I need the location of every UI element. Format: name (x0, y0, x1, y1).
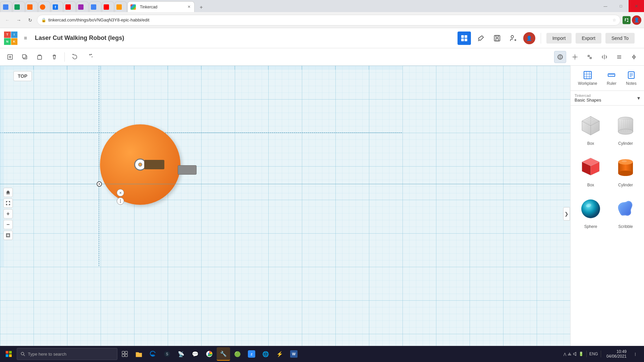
svg-point-49 (120, 202, 121, 203)
tinkercad-logo[interactable]: T I N K (4, 32, 17, 45)
sphere-visual (577, 195, 604, 222)
copy-button[interactable] (19, 51, 31, 63)
refresh-button[interactable]: ↻ (25, 15, 35, 25)
taskbar-edge-2[interactable]: 🌐 (259, 347, 272, 361)
tab-inactive-6[interactable] (76, 1, 89, 12)
delete-button[interactable] (48, 51, 60, 63)
taskbar-discord[interactable]: 💬 (189, 347, 202, 361)
gray-block-object[interactable] (178, 165, 197, 175)
tab-close-button[interactable]: ✕ (186, 4, 192, 10)
save-button[interactable] (491, 32, 503, 44)
paste-button[interactable] (34, 51, 46, 63)
orange-disc-object[interactable] (100, 124, 180, 205)
taskbar-file-explorer[interactable] (132, 347, 146, 361)
taskbar-edge[interactable] (146, 347, 160, 361)
close-button[interactable]: ✕ (629, 0, 644, 12)
notes-button[interactable]: Notes (623, 68, 640, 88)
profile-button[interactable]: 👤 (632, 15, 641, 25)
maximize-button[interactable]: □ (613, 0, 629, 12)
align-button[interactable] (613, 51, 625, 63)
redo-button[interactable] (84, 51, 96, 63)
svg-point-47 (120, 199, 121, 200)
cylinder-solid-visual (612, 154, 639, 181)
transform-menu-button[interactable] (117, 197, 124, 205)
shape-item-sphere[interactable]: Sphere (575, 193, 607, 232)
svg-point-99 (581, 199, 600, 218)
taskbar-app-1[interactable]: 🔧 (217, 347, 230, 361)
code-editor-button[interactable] (475, 32, 487, 44)
svg-point-105 (21, 352, 24, 355)
svg-point-98 (622, 160, 627, 162)
tab-inactive-8[interactable] (115, 1, 127, 12)
shape-item-scribble[interactable]: Scribble (609, 193, 642, 232)
svg-rect-43 (7, 234, 9, 236)
tab-inactive-facebook[interactable]: f (51, 1, 63, 12)
fit-view-button[interactable] (3, 198, 13, 208)
shape-item-cylinder-wire[interactable]: Cylinder (609, 110, 642, 148)
close-transform-button[interactable]: ✕ (117, 189, 124, 196)
svg-rect-104 (9, 354, 12, 357)
undo-button[interactable] (69, 51, 81, 63)
user-avatar[interactable]: 👤 (523, 32, 535, 44)
viewport[interactable]: TOP + − (0, 66, 570, 362)
address-input[interactable]: 🔒 tinkercad.com/things/boVNGaqN3Y8-epic-… (37, 15, 621, 25)
home-view-button[interactable] (3, 188, 13, 197)
star-icon[interactable]: ☆ (612, 18, 616, 22)
tray-arrow[interactable]: ⋀ (564, 352, 566, 356)
extensions-button[interactable] (623, 16, 631, 24)
taskbar-search[interactable]: Type here to search (17, 348, 117, 360)
start-button[interactable] (1, 347, 16, 361)
box-solid-visual (577, 154, 604, 181)
taskbar-word[interactable]: W (287, 347, 301, 361)
grid-view-button[interactable] (458, 32, 471, 45)
import-button[interactable]: Import (546, 33, 572, 44)
svg-line-106 (23, 355, 25, 356)
view-cube-button[interactable] (554, 51, 566, 63)
share-button[interactable] (507, 32, 519, 44)
taskbar-zoom[interactable]: Z (245, 347, 258, 361)
ruler-button[interactable]: Ruler (603, 68, 620, 88)
workplane-button[interactable]: Workplane (575, 68, 600, 88)
zoom-in-button[interactable]: + (3, 209, 13, 219)
menu-button[interactable]: ≡ (20, 33, 31, 44)
show-desktop-button[interactable]: | (631, 347, 640, 361)
tab-inactive-5[interactable] (64, 1, 76, 12)
tab-inactive-1[interactable] (0, 1, 12, 12)
taskbar-app-2[interactable]: 🟢 (231, 347, 244, 361)
tab-inactive-4[interactable] (38, 1, 50, 12)
tab-bar: f Tinkercad ✕ + — □ ✕ (0, 0, 644, 12)
shape-item-box-wire[interactable]: Box (575, 110, 607, 148)
light-button[interactable] (569, 51, 581, 63)
taskbar-wifi[interactable]: 📡 (174, 347, 188, 361)
taskbar-steam[interactable]: S (160, 347, 174, 361)
shape-item-box-solid[interactable]: Box (575, 151, 607, 190)
sidebar-collapse-button[interactable]: ❯ (563, 207, 570, 221)
disc-rectangle (144, 160, 164, 169)
shape-item-cylinder-solid[interactable]: Cylinder (609, 151, 642, 190)
tab-active-tinkercad[interactable]: Tinkercad ✕ (127, 1, 195, 12)
mirror-button[interactable] (598, 51, 610, 63)
forward-button[interactable]: → (14, 15, 23, 25)
new-tab-button[interactable]: + (197, 3, 206, 12)
flip-button[interactable] (628, 51, 640, 63)
zoom-out-button[interactable]: − (3, 220, 13, 229)
tab-inactive-3[interactable] (25, 1, 38, 12)
send-to-button[interactable]: Send To (605, 33, 635, 44)
ground-handle[interactable] (97, 181, 102, 187)
taskbar-task-view[interactable] (118, 347, 131, 361)
tab-inactive-yt[interactable] (102, 1, 114, 12)
volume-icon (573, 352, 578, 356)
tab-inactive-2[interactable] (13, 1, 25, 12)
snap-button[interactable] (584, 51, 596, 63)
new-shape-button[interactable] (4, 51, 16, 63)
taskbar-chrome[interactable] (203, 347, 216, 361)
minimize-button[interactable]: — (598, 0, 613, 12)
back-button[interactable]: ← (3, 15, 12, 25)
system-clock[interactable]: 10:49 04/06/2021 (604, 349, 629, 359)
language-indicator[interactable]: ENG (589, 352, 598, 356)
export-button[interactable]: Export (576, 33, 601, 44)
tab-inactive-7[interactable] (89, 1, 101, 12)
category-dropdown-button[interactable]: ▾ (637, 95, 640, 101)
view-perspective-button[interactable] (3, 231, 13, 240)
taskbar-app-3[interactable]: ⚡ (273, 347, 286, 361)
